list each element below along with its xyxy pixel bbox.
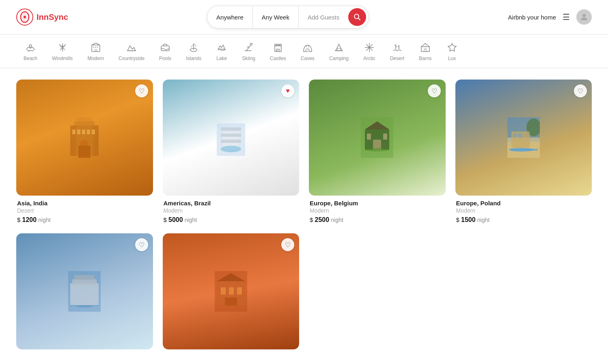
svg-point-7 (62, 46, 63, 47)
svg-rect-41 (72, 129, 75, 134)
svg-rect-52 (221, 140, 241, 143)
svg-rect-51 (221, 134, 241, 137)
arctic-label: Arctic (363, 56, 375, 61)
category-item-castles[interactable]: Castles (263, 42, 293, 68)
listing-type-3: Modern (310, 207, 445, 214)
search-bar: Anywhere Any Week Add Guests (207, 6, 369, 28)
where-label: Anywhere (216, 14, 244, 21)
category-item-desert[interactable]: Desert (383, 42, 412, 68)
category-item-skiing[interactable]: Skiing (235, 42, 263, 68)
lake-label: Lake (216, 56, 227, 61)
svg-rect-45 (92, 129, 95, 134)
svg-point-53 (221, 146, 241, 152)
avatar[interactable] (576, 9, 592, 25)
favorite-button-6[interactable]: ♡ (281, 238, 294, 251)
listing-type-4: Modern (456, 207, 591, 214)
svg-rect-42 (77, 129, 80, 134)
svg-rect-71 (74, 275, 95, 280)
beach-label: Beach (24, 56, 37, 61)
where-section[interactable]: Anywhere (207, 6, 253, 28)
category-item-islands[interactable]: Islands (179, 42, 209, 68)
category-item-camping[interactable]: Camping (322, 42, 356, 68)
night-label-2: night (185, 217, 197, 223)
category-item-caves[interactable]: Caves (293, 42, 322, 68)
search-icon (354, 13, 361, 21)
main-content: ♡ Asia, India Desert $ 1200 night (0, 68, 608, 361)
night-label-3: night (331, 217, 343, 223)
listing-card-2[interactable]: ♥ Americas, Brazil Modern $ 5000 night (163, 80, 300, 224)
listing-image-wrap-6: ♡ (163, 233, 300, 349)
category-item-modern[interactable]: Modern (80, 42, 111, 68)
airbnb-home-link[interactable]: Airbnb your home (508, 14, 556, 21)
desert-label: Desert (390, 56, 404, 61)
category-item-barns[interactable]: Barns (412, 42, 439, 68)
favorite-button-5[interactable]: ♡ (135, 238, 148, 251)
windmills-icon (57, 42, 68, 53)
guests-label: Add Guests (308, 14, 339, 21)
islands-label: Islands (186, 56, 201, 61)
listing-card-1[interactable]: ♡ Asia, India Desert $ 1200 night (16, 80, 153, 224)
listing-card-4[interactable]: ♡ Europe, Poland Modern $ 1500 night (455, 80, 592, 224)
listing-image-wrap-5: ♡ (16, 233, 153, 349)
svg-point-2 (24, 16, 26, 18)
camping-icon (333, 42, 345, 53)
svg-rect-10 (95, 47, 96, 48)
svg-rect-70 (72, 279, 97, 285)
favorite-button-3[interactable]: ♡ (428, 84, 441, 97)
listing-card-5[interactable]: ♡ (16, 233, 153, 349)
listing-title-1: Asia, India (17, 200, 152, 207)
category-item-beach[interactable]: Beach (16, 42, 45, 68)
castles-label: Castles (270, 56, 286, 61)
lux-icon (446, 42, 458, 53)
listing-price-3: $ 2500 night (310, 216, 445, 224)
svg-rect-67 (509, 149, 538, 151)
category-item-windmills[interactable]: Windmills (45, 42, 80, 68)
category-item-countryside[interactable]: Countryside (111, 42, 152, 68)
favorite-button-4[interactable]: ♡ (574, 84, 587, 97)
svg-marker-37 (448, 43, 456, 51)
skiing-icon (243, 42, 254, 53)
favorite-button-2[interactable]: ♥ (281, 84, 294, 97)
favorite-button-1[interactable]: ♡ (135, 84, 148, 97)
svg-point-5 (29, 45, 32, 47)
guests-section[interactable]: Add Guests (299, 6, 348, 28)
castles-icon (272, 42, 284, 53)
svg-rect-65 (518, 134, 522, 138)
skiing-label: Skiing (242, 56, 255, 61)
svg-rect-43 (82, 129, 85, 134)
category-item-arctic[interactable]: Arctic (356, 42, 383, 68)
listing-title-4: Europe, Poland (456, 200, 591, 207)
listing-info-1: Asia, India Desert $ 1200 night (16, 196, 153, 224)
menu-icon[interactable]: ☰ (563, 12, 570, 22)
barns-label: Barns (419, 56, 431, 61)
currency-3: $ (310, 216, 315, 223)
category-item-pools[interactable]: Pools (152, 42, 179, 68)
when-section[interactable]: Any Week (253, 6, 299, 28)
night-label-1: night (38, 217, 50, 223)
search-button[interactable] (348, 8, 366, 26)
logo[interactable]: InnSync (16, 9, 68, 26)
listing-title-2: Americas, Brazil (164, 200, 299, 207)
svg-rect-75 (221, 287, 226, 295)
category-item-lake[interactable]: Lake (209, 42, 235, 68)
modern-icon (90, 42, 101, 53)
listing-image-6 (163, 233, 300, 349)
svg-point-72 (76, 305, 93, 308)
amount-2: 5000 (168, 216, 183, 223)
listing-info-2: Americas, Brazil Modern $ 5000 night (163, 196, 300, 224)
listing-card-3[interactable]: ♡ Europe, Belgium Modern $ 2500 night (309, 80, 446, 224)
category-item-lux[interactable]: Lux (439, 42, 465, 68)
modern-label: Modern (87, 56, 104, 61)
svg-rect-78 (225, 297, 237, 306)
svg-point-59 (365, 148, 389, 151)
countryside-label: Countryside (119, 56, 144, 61)
listing-info-3: Europe, Belgium Modern $ 2500 night (309, 196, 446, 224)
lux-label: Lux (448, 56, 456, 61)
listing-price-2: $ 5000 night (164, 216, 299, 224)
barns-icon (420, 42, 431, 53)
svg-point-29 (369, 47, 370, 48)
listing-card-6[interactable]: ♡ (163, 233, 300, 349)
svg-rect-64 (513, 134, 517, 138)
islands-icon (188, 42, 199, 53)
svg-rect-56 (367, 134, 371, 140)
